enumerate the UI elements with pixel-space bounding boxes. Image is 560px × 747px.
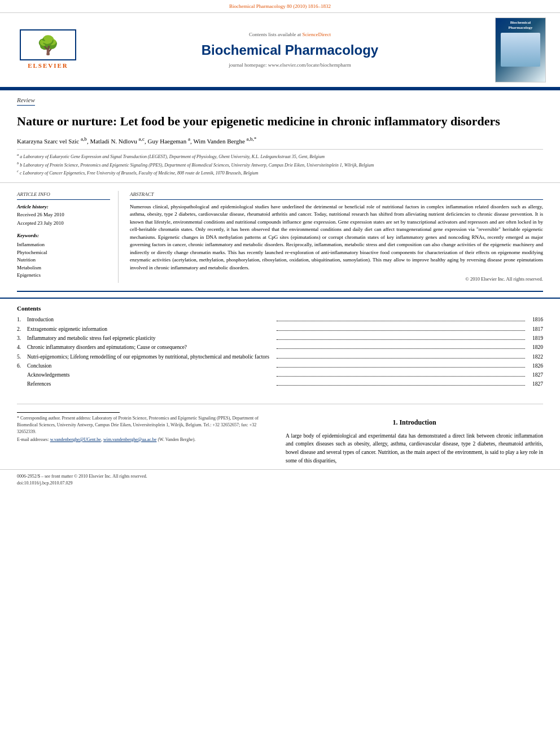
sciencedirect-line: Contents lists available at ScienceDirec…	[85, 31, 495, 38]
affiliation-c: c c Laboratory of Cancer Epigenetics, Fr…	[17, 168, 543, 177]
elsevier-wordmark: ELSEVIER	[28, 62, 68, 70]
introduction-body: A large body of epidemiological and expe…	[286, 432, 543, 465]
keywords-section: Keywords: Inflammation Phytochemical Nut…	[17, 232, 110, 279]
contents-label-ref: References	[27, 381, 275, 388]
contents-item-5: 5. Nutri-epigenomics; Lifelong remodelli…	[17, 353, 543, 361]
introduction-section: * Corresponding author. Present address:…	[0, 412, 560, 465]
journal-title: Biochemical Pharmacology	[85, 41, 495, 60]
section-divider	[17, 404, 543, 404]
contents-item-4: 4. Chronic inflammatory disorders and ep…	[17, 344, 543, 351]
contents-label-3: Inflammatory and metabolic stress fuel e…	[27, 335, 275, 342]
cover-title: BiochemicalPharmacology	[508, 20, 532, 30]
tree-icon: 🌳	[37, 36, 59, 54]
footnote-area: * Corresponding author. Present address:…	[17, 412, 274, 443]
authors-section: Katarzyna Szarc vel Szic a,b, Matladi N.…	[0, 136, 560, 146]
intro-left-col: * Corresponding author. Present address:…	[17, 412, 274, 465]
copyright-line: © 2010 Elsevier Inc. All rights reserved…	[130, 276, 543, 283]
accepted-date: Accepted 23 July 2010	[17, 220, 110, 227]
keyword-5: Epigenetics	[17, 272, 110, 279]
corresponding-author-note: * Corresponding author. Present address:…	[17, 415, 274, 435]
introduction-columns: * Corresponding author. Present address:…	[17, 412, 543, 465]
contents-label-4: Chronic inflammatory disorders and epimu…	[27, 344, 275, 351]
email-line: E-mail addresses: w.vandenberghe@UGent.b…	[17, 436, 274, 443]
contents-page-ref: 1827	[526, 381, 543, 388]
article-info-header: ARTICLE INFO	[17, 191, 110, 200]
keywords-header: Keywords:	[17, 232, 110, 239]
contents-item-1: 1. Introduction 1816	[17, 316, 543, 324]
bottom-bar: 0006-2952/$ – see front matter © 2010 El…	[0, 469, 560, 489]
cover-visual	[501, 33, 540, 67]
abstract-header: ABSTRACT	[130, 191, 543, 200]
elsevier-logo-area: 🌳 ELSEVIER	[11, 29, 85, 70]
contents-page-5: 1822	[526, 353, 543, 361]
section-title: Introduction	[399, 418, 436, 426]
email-label: E-mail addresses:	[17, 437, 49, 442]
abstract-col: ABSTRACT Numerous clinical, physiopathol…	[130, 191, 543, 283]
contents-page-1: 1816	[526, 316, 543, 324]
contents-num-2: 2.	[17, 326, 27, 333]
email-link-2[interactable]: wim.vandenberghe@ua.ac.be	[103, 437, 157, 442]
affiliations-section: a a Laboratory of Eukaryotic Gene Expres…	[17, 149, 543, 177]
article-history-label: Article history:	[17, 203, 110, 211]
article-title: Nature or nurture: Let food be your epig…	[0, 113, 560, 130]
article-info-abstract-section: ARTICLE INFO Article history: Received 2…	[0, 182, 560, 291]
authors-text: Katarzyna Szarc vel Szic a,b, Matladi N.…	[17, 138, 256, 145]
contents-label-2: Extragenomic epigenetic information	[27, 326, 275, 333]
contents-num-1: 1.	[17, 316, 27, 324]
keyword-4: Metabolism	[17, 264, 110, 272]
contents-item-2: 2. Extragenomic epigenetic information 1…	[17, 326, 543, 333]
contents-section: Contents 1. Introduction 1816 2. Extrage…	[0, 298, 560, 396]
contents-num-3: 3.	[17, 335, 27, 342]
logo-box: 🌳	[20, 29, 76, 60]
contents-page-3: 1819	[526, 335, 543, 342]
keyword-1: Inflammation	[17, 241, 110, 248]
affiliation-b: b b Laboratory of Protein Science, Prote…	[17, 160, 543, 169]
contents-item-3: 3. Inflammatory and metabolic stress fue…	[17, 335, 543, 342]
contents-num-5: 5.	[17, 353, 27, 361]
article-type-section: Review	[0, 90, 560, 109]
keyword-3: Nutrition	[17, 256, 110, 264]
authors-line: Katarzyna Szarc vel Szic a,b, Matladi N.…	[17, 136, 543, 146]
email-suffix: (W. Vanden Berghe).	[158, 437, 195, 442]
contents-label-ack: Acknowledgements	[27, 372, 275, 379]
contents-page-6: 1826	[526, 362, 543, 370]
contents-item-ack: Acknowledgements 1827	[17, 372, 543, 379]
doi-line: doi:10.1016/j.bcp.2010.07.029	[17, 480, 543, 486]
article-info-col: ARTICLE INFO Article history: Received 2…	[17, 191, 119, 283]
journal-cover-image: BiochemicalPharmacology	[495, 18, 546, 82]
sciencedirect-prefix: Contents lists available at	[249, 32, 301, 37]
contents-label-6: Conclusion	[27, 362, 275, 370]
introduction-heading: 1. Introduction	[286, 418, 543, 427]
journal-info-center: Contents lists available at ScienceDirec…	[85, 31, 495, 69]
elsevier-logo: 🌳 ELSEVIER	[11, 29, 85, 70]
issn-line: 0006-2952/$ – see front matter © 2010 El…	[17, 473, 543, 479]
contents-item-ref: References 1827	[17, 381, 543, 388]
received-date: Received 26 May 2010	[17, 211, 110, 219]
citation-text: Biochemical Pharmacology 80 (2010) 1816–…	[229, 3, 331, 9]
contents-item-6: 6. Conclusion 1826	[17, 362, 543, 370]
contents-page-4: 1820	[526, 344, 543, 351]
contents-page-ack: 1827	[526, 372, 543, 379]
keyword-2: Phytochemical	[17, 249, 110, 256]
contents-label-5: Nutri-epigenomics; Lifelong remodelling …	[27, 353, 275, 361]
journal-cover-area: BiochemicalPharmacology	[495, 18, 549, 82]
contents-page-2: 1817	[526, 326, 543, 333]
contents-label-1: Introduction	[27, 316, 275, 324]
contents-title: Contents	[17, 304, 543, 313]
section-number: 1.	[392, 418, 397, 426]
sciencedirect-link[interactable]: ScienceDirect	[303, 32, 331, 37]
intro-right-col: 1. Introduction A large body of epidemio…	[286, 412, 543, 465]
abstract-text: Numerous clinical, physiopathological an…	[130, 203, 543, 272]
journal-homepage: journal homepage: www.elsevier.com/locat…	[85, 62, 495, 69]
footnote-divider	[17, 412, 120, 413]
citation-bar: Biochemical Pharmacology 80 (2010) 1816–…	[0, 0, 560, 13]
journal-header: 🌳 ELSEVIER Contents lists available at S…	[0, 13, 560, 88]
contents-divider	[17, 291, 543, 292]
email-link-1[interactable]: w.vandenberghe@UGent.be	[50, 437, 101, 442]
affiliation-a: a a Laboratory of Eukaryotic Gene Expres…	[17, 152, 543, 160]
contents-num-6: 6.	[17, 362, 27, 370]
contents-num-4: 4.	[17, 344, 27, 351]
article-type-label: Review	[17, 96, 35, 106]
